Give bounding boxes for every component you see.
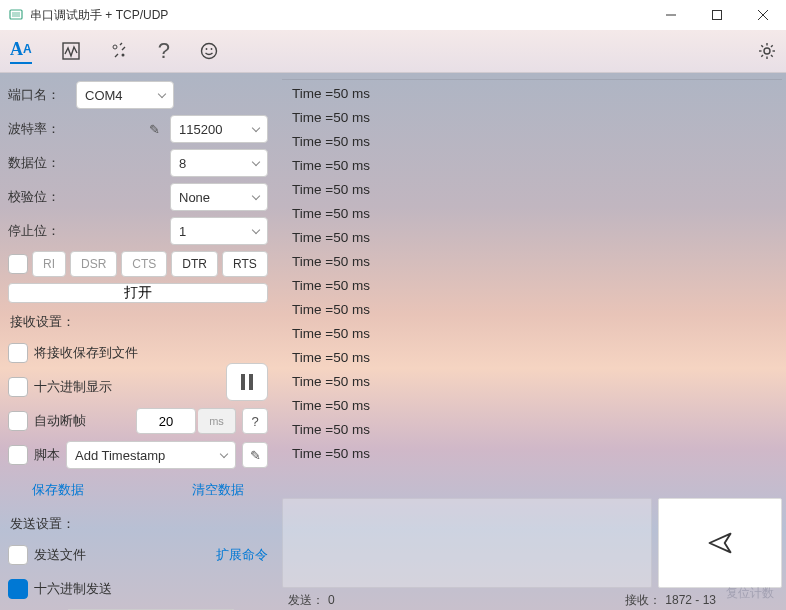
baud-label: 波特率： [8, 120, 70, 138]
terminal-line: Time =50 ms [292, 346, 772, 370]
parity-select[interactable]: None [170, 183, 268, 211]
terminal-line: Time =50 ms [292, 130, 772, 154]
terminal-line: Time =50 ms [292, 226, 772, 250]
send-file-check[interactable] [8, 545, 28, 565]
clear-data-link[interactable]: 清空数据 [192, 481, 244, 499]
hex-display-label: 十六进制显示 [34, 378, 112, 396]
open-button[interactable]: 打开 [8, 283, 268, 303]
reset-counter-link[interactable]: 复位计数 [726, 585, 774, 602]
recv-count-value: 1872 - 13 [665, 593, 716, 607]
autobreak-label: 自动断帧 [34, 412, 86, 430]
save-file-label: 将接收保存到文件 [34, 344, 138, 362]
ri-pill: RI [32, 251, 66, 277]
svg-line-20 [771, 45, 773, 47]
svg-point-11 [211, 48, 213, 50]
dtr-button[interactable]: DTR [171, 251, 218, 277]
svg-rect-1 [12, 12, 20, 17]
sparkle-icon[interactable] [110, 42, 128, 60]
ms-unit: ms [198, 408, 236, 434]
autobreak-check[interactable] [8, 411, 28, 431]
autobreak-value[interactable] [136, 408, 196, 434]
databits-select[interactable]: 8 [170, 149, 268, 177]
autobreak-help[interactable]: ? [242, 408, 268, 434]
port-name-select[interactable]: COM4 [76, 81, 174, 109]
stopbits-select[interactable]: 1 [170, 217, 268, 245]
pause-button[interactable] [226, 363, 268, 401]
close-button[interactable] [740, 0, 786, 30]
send-file-label: 发送文件 [34, 546, 86, 564]
send-count-label: 发送： [288, 592, 324, 609]
maximize-button[interactable] [694, 0, 740, 30]
svg-rect-22 [249, 374, 253, 390]
terminal-line: Time =50 ms [292, 202, 772, 226]
tx-section-label: 发送设置： [10, 515, 268, 533]
databits-label: 数据位： [8, 154, 70, 172]
ext-cmd-link[interactable]: 扩展命令 [216, 546, 268, 564]
terminal-line: Time =50 ms [292, 370, 772, 394]
rx-script-select[interactable]: Add Timestamp [66, 441, 236, 469]
save-file-check[interactable] [8, 343, 28, 363]
main-area: 端口名： COM4 波特率： ✎ 115200 数据位： 8 校验位： None… [0, 73, 786, 610]
hex-display-check[interactable] [8, 377, 28, 397]
terminal-line: Time =50 ms [292, 442, 772, 466]
toolbar: AA ? [0, 30, 786, 73]
dsr-pill: DSR [70, 251, 117, 277]
svg-point-9 [201, 44, 216, 59]
terminal-line: Time =50 ms [292, 106, 772, 130]
baud-select[interactable]: 115200 [170, 115, 268, 143]
svg-rect-3 [713, 11, 722, 20]
parity-label: 校验位： [8, 188, 70, 206]
font-icon[interactable]: AA [10, 39, 32, 64]
recv-count-label: 接收： [625, 592, 661, 609]
signal-check[interactable] [8, 254, 28, 274]
svg-point-7 [113, 45, 117, 49]
terminal-output[interactable]: Time =50 msTime =50 msTime =50 msTime =5… [282, 79, 782, 494]
save-data-link[interactable]: 保存数据 [32, 481, 84, 499]
terminal-line: Time =50 ms [292, 418, 772, 442]
hex-send-check[interactable] [8, 579, 28, 599]
svg-line-18 [771, 55, 773, 57]
terminal-line: Time =50 ms [292, 322, 772, 346]
terminal-line: Time =50 ms [292, 82, 772, 106]
status-bar: 发送： 0 接收： 1872 - 13 复位计数 [282, 590, 782, 610]
svg-rect-21 [241, 374, 245, 390]
stopbits-label: 停止位： [8, 222, 70, 240]
edit-icon[interactable]: ✎ [149, 122, 160, 137]
cts-pill: CTS [121, 251, 167, 277]
window-title: 串口调试助手 + TCP/UDP [30, 7, 168, 24]
rts-button[interactable]: RTS [222, 251, 268, 277]
send-button[interactable] [658, 498, 782, 588]
terminal-line: Time =50 ms [292, 298, 772, 322]
svg-rect-23 [13, 584, 24, 595]
left-panel: 端口名： COM4 波特率： ✎ 115200 数据位： 8 校验位： None… [0, 73, 276, 610]
rx-script-label: 脚本 [34, 446, 60, 464]
titlebar: 串口调试助手 + TCP/UDP [0, 0, 786, 30]
svg-line-17 [761, 45, 763, 47]
minimize-button[interactable] [648, 0, 694, 30]
help-icon[interactable]: ? [158, 38, 170, 64]
terminal-line: Time =50 ms [292, 178, 772, 202]
send-input[interactable] [282, 498, 652, 588]
terminal-line: Time =50 ms [292, 394, 772, 418]
rx-section-label: 接收设置： [10, 313, 268, 331]
terminal-line: Time =50 ms [292, 154, 772, 178]
terminal-line: Time =50 ms [292, 274, 772, 298]
svg-point-10 [206, 48, 208, 50]
hex-send-label: 十六进制发送 [34, 580, 112, 598]
svg-point-8 [121, 54, 124, 57]
svg-point-12 [764, 48, 770, 54]
svg-line-19 [761, 55, 763, 57]
port-name-label: 端口名： [8, 86, 70, 104]
waveform-icon[interactable] [62, 42, 80, 60]
app-icon [8, 7, 24, 23]
send-count-value: 0 [328, 593, 335, 607]
right-panel: Time =50 msTime =50 msTime =50 msTime =5… [276, 73, 786, 610]
gear-icon[interactable] [758, 42, 776, 60]
smile-icon[interactable] [200, 42, 218, 60]
rx-script-check[interactable] [8, 445, 28, 465]
rx-script-edit-icon[interactable]: ✎ [242, 442, 268, 468]
terminal-line: Time =50 ms [292, 250, 772, 274]
